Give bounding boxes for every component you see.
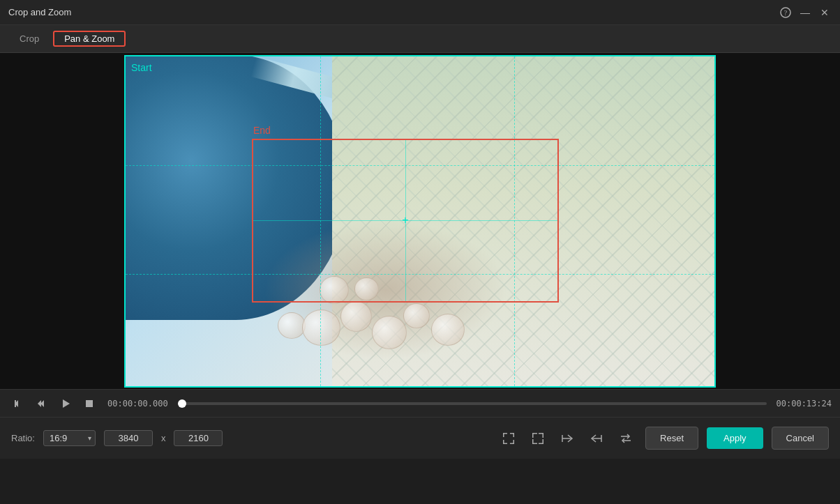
svg-rect-19 <box>543 433 544 438</box>
svg-rect-11 <box>513 433 515 437</box>
stop-icon <box>84 399 94 408</box>
fit-screen-icon <box>502 432 515 445</box>
current-time: 00:00:00.000 <box>107 399 168 408</box>
svg-rect-21 <box>532 439 534 444</box>
help-button[interactable]: ? <box>779 6 793 20</box>
seekbar[interactable] <box>182 402 767 405</box>
help-icon: ? <box>780 7 791 18</box>
svg-rect-17 <box>532 433 534 438</box>
svg-rect-23 <box>543 439 544 444</box>
swap-icon <box>620 432 632 445</box>
svg-marker-5 <box>38 400 41 407</box>
apply-button[interactable]: Apply <box>707 427 763 449</box>
end-frame[interactable]: End + <box>252 139 559 303</box>
width-input[interactable] <box>104 430 153 446</box>
ratio-select[interactable]: 16:94:31:19:16Custom <box>43 430 96 446</box>
reset-button[interactable]: Reset <box>645 427 698 450</box>
total-time: 00:00:13:24 <box>777 399 832 408</box>
swap-button[interactable] <box>615 427 637 450</box>
title-bar-left: Crop and Zoom <box>8 7 71 17</box>
frame-back-button[interactable] <box>32 394 52 413</box>
title-controls: ? — ✕ <box>779 6 832 20</box>
window-title: Crop and Zoom <box>8 7 71 17</box>
ratio-select-wrapper[interactable]: 16:94:31:19:16Custom <box>43 430 96 446</box>
arrow-right-button[interactable] <box>556 427 578 450</box>
height-input[interactable] <box>174 430 223 446</box>
tab-crop[interactable]: Crop <box>8 31 50 47</box>
svg-marker-6 <box>63 399 70 408</box>
svg-text:?: ? <box>784 9 788 17</box>
arrow-right-icon <box>561 432 573 445</box>
frame-back-icon <box>37 399 47 408</box>
video-area: Start End + <box>0 53 840 389</box>
arrow-left-icon <box>590 432 603 445</box>
close-button[interactable]: ✕ <box>818 6 832 20</box>
start-label: Start <box>131 62 152 73</box>
skip-back-button[interactable] <box>8 394 28 413</box>
dimension-separator: x <box>161 433 166 443</box>
ratio-label: Ratio: <box>11 433 35 443</box>
tab-pan-zoom[interactable]: Pan & Zoom <box>53 31 126 47</box>
video-canvas: Start End + <box>124 55 716 388</box>
svg-rect-3 <box>15 400 16 407</box>
cancel-button[interactable]: Cancel <box>772 427 829 450</box>
svg-rect-9 <box>503 433 504 437</box>
minimize-button[interactable]: — <box>798 6 812 20</box>
end-label: End <box>253 125 271 136</box>
tab-bar: Crop Pan & Zoom <box>0 25 840 53</box>
svg-rect-7 <box>86 400 93 407</box>
fullscreen-icon <box>532 432 544 445</box>
icon-group <box>497 427 637 450</box>
play-button[interactable] <box>56 394 75 413</box>
bottom-bar: Ratio: 16:94:31:19:16Custom x <box>0 417 840 459</box>
close-icon: ✕ <box>820 7 829 18</box>
svg-rect-13 <box>503 440 504 444</box>
play-icon <box>61 399 70 408</box>
controls-bar: 00:00:00.000 00:00:13:24 <box>0 389 840 417</box>
minimize-icon: — <box>800 7 810 18</box>
fullscreen-button[interactable] <box>527 427 549 450</box>
title-bar: Crop and Zoom ? — ✕ <box>0 0 840 25</box>
svg-rect-15 <box>513 440 515 444</box>
stop-button[interactable] <box>80 394 99 413</box>
fit-to-screen-button[interactable] <box>497 427 520 450</box>
seekbar-thumb[interactable] <box>178 399 186 408</box>
arrow-left-button[interactable] <box>585 427 608 450</box>
skip-back-icon <box>13 399 23 408</box>
end-center-mark: + <box>402 214 408 227</box>
